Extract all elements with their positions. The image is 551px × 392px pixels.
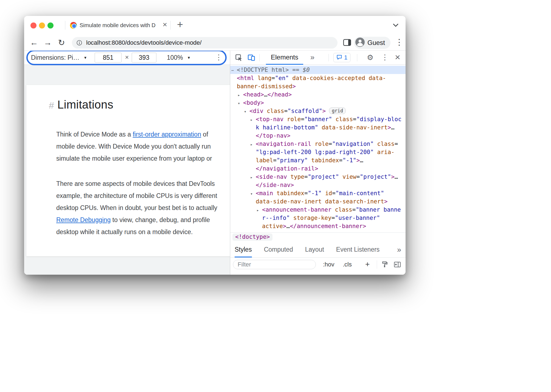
viewport-width-input[interactable] — [95, 53, 122, 63]
side-panel-button[interactable] — [343, 39, 351, 47]
text-run: mobile device. With Device Mode you don'… — [56, 143, 211, 150]
console-status-chip[interactable]: 1 — [333, 53, 350, 62]
sidebar-tab-layout[interactable]: Layout — [305, 243, 324, 257]
code-token: <navigation-rail — [256, 141, 311, 147]
heading-anchor-hash[interactable]: # — [49, 100, 54, 111]
more-panels-button[interactable]: » — [310, 51, 314, 64]
sidebar-tab-computed[interactable]: Computed — [264, 243, 293, 257]
code-token: </side-nav> — [256, 182, 294, 188]
disclosure-triangle-icon[interactable]: ▾ — [238, 99, 243, 107]
dom-tree-line[interactable]: ▾<div class="scaffold">grid — [230, 107, 406, 115]
separator — [377, 260, 377, 269]
browser-menu-button[interactable]: ⋮ — [395, 35, 404, 50]
disclosure-triangle-icon[interactable]: ▾ — [250, 190, 256, 198]
tab-close-button[interactable]: × — [161, 16, 169, 35]
device-toolbar-toggle-button[interactable] — [247, 53, 255, 63]
dom-tree-line[interactable]: k hairline-bottom" data-side-nav-inert>… — [230, 123, 406, 132]
devtools-panel: Elements » 1 ⚙ ⋮ × ⋯<!DOCTYPE html> == $… — [230, 51, 406, 275]
settings-button[interactable]: ⚙ — [367, 51, 373, 64]
toggle-element-state-button[interactable]: :hov — [323, 258, 334, 271]
devtools-menu-button[interactable]: ⋮ — [381, 51, 389, 64]
code-token: </head> — [268, 91, 292, 98]
sidebar-tab-event-listeners[interactable]: Event Listeners — [336, 243, 380, 257]
code-token: data-search-inert — [322, 198, 384, 205]
styles-filter-input[interactable] — [233, 260, 316, 269]
text-run: Think of Device Mode as a — [56, 131, 133, 138]
profile-chip[interactable]: Guest — [354, 37, 390, 49]
device-viewport: # Limitations Think of Device Mode as a … — [26, 85, 230, 256]
sidebar-tab-styles[interactable]: Styles — [235, 243, 252, 257]
code-token: <html — [237, 75, 254, 81]
url-bar[interactable]: localhost:8080/docs/devtools/device-mode… — [72, 37, 338, 49]
code-token: … — [395, 174, 398, 180]
text-run: simulate the mobile user experience from… — [56, 155, 212, 162]
brush-icon[interactable] — [381, 261, 388, 269]
browser-toolbar: ← → ↻ localhost:8080/docs/devtools/devic… — [24, 35, 406, 51]
code-token: … — [391, 124, 395, 131]
code-token: </top-nav> — [256, 132, 290, 139]
window-minimize-button[interactable] — [39, 22, 45, 29]
tab-elements[interactable]: Elements — [266, 51, 303, 65]
code-token: "en" — [275, 75, 289, 81]
dom-tree-line[interactable]: ▸<side-nav type="project" view="project"… — [230, 173, 406, 181]
text-link[interactable]: first-order approximation — [133, 131, 201, 138]
dom-tree-line[interactable]: ▸<announcement-banner class="banner bann… — [230, 206, 406, 214]
element-classes-button[interactable]: .cls — [343, 258, 352, 271]
disclosure-triangle-icon[interactable]: ▸ — [238, 91, 243, 99]
disclosure-triangle-icon[interactable]: ▾ — [244, 107, 249, 116]
text-link[interactable]: Remote Debugging — [56, 216, 111, 223]
breadcrumb-item[interactable]: <!doctype> — [232, 234, 272, 241]
dom-tree-line[interactable]: r--info" storage-key="user-banner" — [230, 214, 406, 222]
disclosure-triangle-icon[interactable]: ▸ — [250, 140, 256, 149]
window-close-button[interactable] — [30, 22, 36, 29]
code-token: role — [283, 116, 301, 123]
chevron-down-icon[interactable] — [392, 23, 399, 29]
inspect-element-button[interactable] — [235, 53, 243, 63]
devtools-close-button[interactable]: × — [393, 51, 403, 64]
code-token: lang — [254, 75, 271, 81]
dom-tree-line[interactable]: banner-dismissed> — [230, 82, 406, 90]
code-token: … — [360, 157, 363, 164]
dom-tree-line[interactable]: ▸<top-nav role="banner" class="display-b… — [230, 115, 406, 123]
tab-title[interactable]: Simulate mobile devices with D — [80, 16, 156, 35]
dom-tree-line[interactable]: active>…</announcement-banner> — [230, 222, 406, 230]
device-toolbar-menu-button[interactable]: ⋮ — [214, 51, 223, 64]
dom-tree-line[interactable]: ⋯<!DOCTYPE html> == $0 — [230, 66, 406, 74]
code-token: $0 — [303, 67, 310, 73]
forward-button[interactable]: → — [42, 35, 54, 50]
dom-tree-line[interactable]: </top-nav> — [230, 132, 406, 140]
dom-tree-line[interactable]: </side-nav> — [230, 181, 406, 189]
site-info-icon[interactable] — [76, 40, 82, 46]
code-token: = — [284, 108, 288, 114]
new-tab-button[interactable]: + — [175, 16, 185, 35]
disclosure-triangle-icon[interactable]: ▸ — [257, 206, 262, 214]
styles-more-tabs-button[interactable]: » — [397, 243, 401, 258]
dom-tree-line[interactable]: label="primary" tabindex="-1">… — [230, 156, 406, 164]
dom-tree-line[interactable]: ▸<head>…</head> — [230, 90, 406, 99]
dom-tree-line[interactable]: </navigation-rail> — [230, 164, 406, 173]
dom-tree-line[interactable]: "lg:pad-left-200 lg:pad-right-200" aria- — [230, 148, 406, 156]
code-token: data- — [365, 75, 386, 81]
back-button[interactable]: ← — [28, 35, 40, 50]
zoom-dropdown[interactable]: 100%▼ — [167, 51, 191, 64]
dom-tree-line[interactable]: data-side-nav-inert data-search-inert> — [230, 197, 406, 206]
dom-tree-line[interactable]: ▾<main tabindex="-1" id="main-content" — [230, 189, 406, 197]
dom-tree-line[interactable]: ▸<navigation-rail role="navigation" clas… — [230, 140, 406, 148]
reload-button[interactable]: ↻ — [55, 35, 68, 50]
dock-sidebar-button[interactable] — [394, 261, 401, 269]
code-token: "scaffold" — [288, 108, 322, 114]
code-token: > — [356, 157, 360, 164]
dom-tree-line[interactable]: ▾<body> — [230, 99, 406, 107]
viewport-height-input[interactable] — [132, 53, 156, 63]
device-dimensions-dropdown[interactable]: Dimensions: Pi…▼ — [31, 51, 87, 64]
code-token: r--info" — [262, 215, 290, 221]
dom-tree-line[interactable]: <html lang="en" data-cookies-accepted da… — [230, 74, 406, 82]
code-token: "lg:pad-left-200 lg:pad-right-200" — [256, 149, 374, 155]
code-token: = — [301, 116, 304, 123]
new-style-rule-button[interactable]: + — [365, 258, 370, 271]
breadcrumb: <!doctype> — [230, 232, 406, 243]
grid-badge[interactable]: grid — [329, 107, 346, 114]
disclosure-triangle-icon[interactable]: ▸ — [250, 173, 256, 181]
window-maximize-button[interactable] — [47, 22, 54, 29]
disclosure-triangle-icon[interactable]: ▸ — [250, 116, 256, 124]
